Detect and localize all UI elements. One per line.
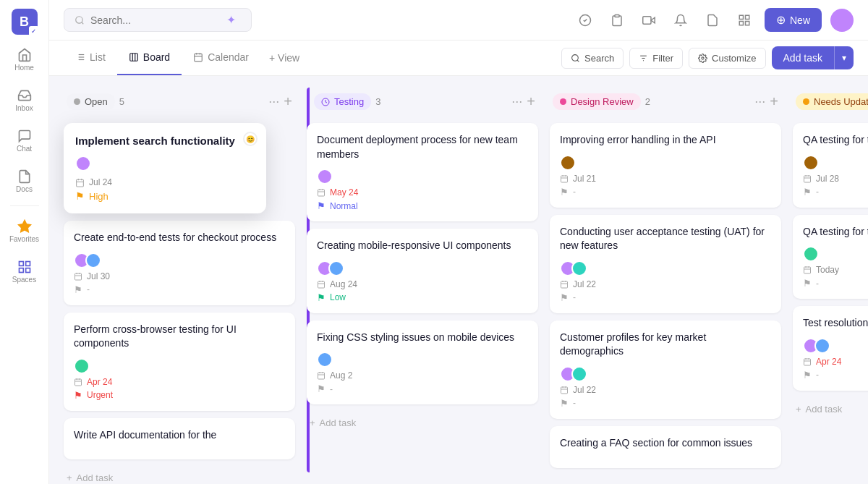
check-icon[interactable] (574, 9, 597, 32)
avatar (328, 260, 344, 276)
search-button[interactable]: Search (561, 48, 624, 69)
card-date-overdue: Apr 24 (816, 357, 841, 367)
card-title: Creating a FAQ section for common issues (560, 436, 771, 451)
design-add-icon[interactable]: + (770, 93, 778, 110)
avatar (317, 352, 333, 368)
card-apidocs[interactable]: Write API documentation for the (64, 418, 295, 460)
open-more-icon[interactable]: ··· (268, 94, 279, 109)
sidebar-item-inbox-label: Inbox (15, 104, 33, 112)
svg-point-5 (76, 16, 82, 22)
column-needs: Needs Updates QA testing for th feature … (793, 88, 868, 472)
tab-board[interactable]: Board (117, 41, 182, 75)
card-qa1[interactable]: QA testing for th feature Jul 28 ⚑ - (793, 123, 868, 208)
card-avatars (803, 338, 830, 354)
card-mobile-responsive[interactable]: Creating mobile-responsive UI components… (307, 229, 538, 313)
grid-icon[interactable] (733, 9, 756, 32)
open-add-icon[interactable]: + (284, 93, 292, 110)
search-box[interactable]: ✦ (64, 8, 252, 32)
flag-icon: ⚑ (74, 284, 82, 295)
design-more-icon[interactable]: ··· (754, 94, 765, 109)
new-button[interactable]: ⊕ New (765, 8, 822, 32)
card-api-error[interactable]: Improving error handling in the API Jul … (550, 123, 781, 208)
card-resolution[interactable]: Test resolution o inaccuracies Apr 24 ⚑ … (793, 306, 868, 391)
calendar-icon-small (74, 378, 82, 386)
card-title: Customer profiles for key market demogra… (560, 331, 771, 359)
sidebar-item-inbox[interactable]: Inbox (6, 81, 43, 119)
column-design: Design Review 2 ··· + Improving error ha… (550, 88, 781, 472)
add-task-chevron[interactable]: ▾ (834, 46, 854, 69)
customize-button[interactable]: Customize (689, 48, 765, 69)
card-crossbrowser[interactable]: Perform cross-browser testing for UI com… (64, 313, 295, 411)
open-dot (74, 98, 80, 105)
testing-more-icon[interactable]: ··· (511, 94, 522, 109)
open-col-actions: ··· + (268, 93, 292, 110)
card-qa2[interactable]: QA testing for th feature Today ⚑ - (793, 215, 868, 300)
card-e2e[interactable]: Create end-to-end tests for checkout pro… (64, 221, 295, 305)
board-area: Open 5 ··· + Implement search functional… (49, 76, 868, 484)
filter-button[interactable]: Filter (629, 48, 683, 69)
user-avatar[interactable] (830, 9, 854, 32)
column-testing: Testing 3 ··· + Document deployment proc… (307, 88, 538, 472)
svg-rect-42 (75, 379, 82, 386)
floating-card[interactable]: Implement search functionality Jul 24 ⚑ … (64, 123, 266, 213)
search-input[interactable] (90, 14, 221, 26)
svg-rect-8 (615, 14, 619, 17)
sidebar-item-favorites[interactable]: Favorites (6, 212, 43, 250)
needs-badge: Needs Updates (796, 93, 868, 110)
sidebar-item-home-label: Home (14, 64, 34, 72)
workspace-logo[interactable]: B ✓ (12, 9, 38, 35)
svg-rect-12 (745, 15, 749, 19)
sidebar-item-spaces[interactable]: Spaces (6, 252, 43, 290)
card-deployment[interactable]: Document deployment process for new team… (307, 123, 538, 221)
card-avatars (803, 246, 819, 262)
card-priority: - (816, 187, 819, 197)
svg-rect-63 (561, 281, 568, 288)
svg-rect-24 (195, 54, 203, 61)
tab-list[interactable]: List (64, 41, 117, 75)
timer-icon (321, 98, 330, 106)
bell-icon[interactable] (669, 9, 692, 32)
svg-rect-21 (130, 54, 138, 61)
svg-rect-47 (318, 190, 325, 196)
card-title: Test resolution o inaccuracies (803, 316, 868, 331)
card-css-fix[interactable]: Fixing CSS styling issues on mobile devi… (307, 320, 538, 405)
avatar (571, 366, 587, 382)
card-priority: - (573, 292, 576, 302)
clipboard-icon[interactable] (605, 9, 629, 32)
card-date-overdue: Apr 24 (87, 377, 112, 387)
testing-add-icon[interactable]: + (527, 93, 535, 110)
tab-calendar[interactable]: Calendar (182, 41, 260, 75)
card-priority-normal: Normal (330, 201, 358, 211)
open-badge: Open (67, 93, 115, 110)
card-title: Fixing CSS styling issues on mobile devi… (317, 331, 528, 345)
add-task-button[interactable]: Add task (772, 46, 834, 69)
card-priority: - (573, 398, 576, 408)
card-customer-profiles[interactable]: Customer profiles for key market demogra… (550, 320, 781, 419)
card-avatars (560, 260, 587, 276)
sidebar-item-chat[interactable]: Chat (6, 122, 43, 159)
gear-icon (698, 54, 707, 63)
add-task-row-testing[interactable]: +Add task (307, 412, 538, 434)
document-icon[interactable] (701, 9, 724, 32)
card-uat[interactable]: Conducting user acceptance testing (UAT)… (550, 215, 781, 313)
flag-icon: ⚑ (560, 187, 569, 198)
sidebar-item-docs[interactable]: Docs (6, 162, 43, 200)
sidebar-item-home[interactable]: Home (6, 41, 43, 78)
avatar (317, 169, 333, 184)
card-title: Conducting user acceptance testing (UAT)… (560, 225, 771, 253)
avatar (560, 155, 576, 171)
svg-rect-13 (745, 21, 749, 25)
card-faq[interactable]: Creating a FAQ section for common issues (550, 426, 781, 468)
svg-line-6 (82, 22, 84, 24)
add-task-row-open[interactable]: +Add task (64, 467, 295, 484)
card-avatars (317, 169, 333, 184)
card-date: Jul 22 (573, 279, 596, 289)
svg-rect-55 (318, 373, 325, 379)
svg-rect-34 (77, 179, 84, 187)
add-view-btn[interactable]: + View (260, 52, 308, 64)
add-task-row-needs[interactable]: +Add task (793, 398, 868, 420)
svg-rect-4 (19, 268, 23, 272)
calendar-icon-small (317, 280, 326, 289)
calendar-icon-small (803, 266, 812, 274)
video-icon[interactable] (637, 9, 660, 32)
